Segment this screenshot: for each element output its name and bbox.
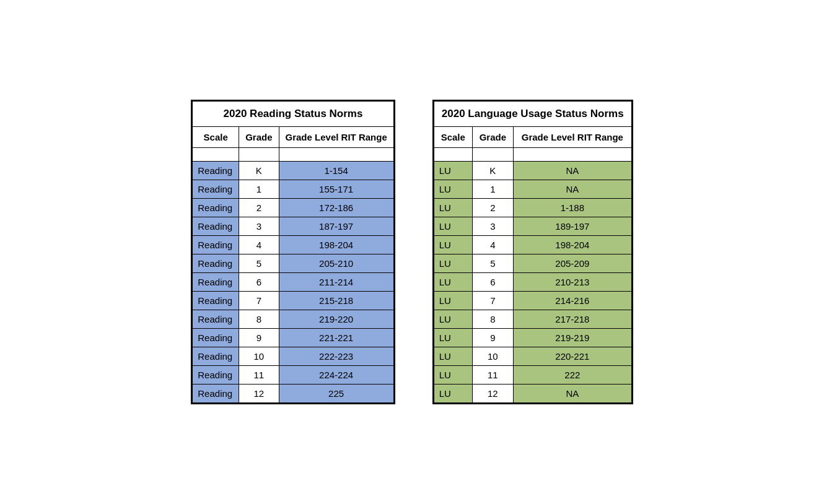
lu-grade-cell: 3	[472, 217, 513, 236]
reading-scale-cell: Reading	[193, 310, 239, 329]
reading-data-row: Reading5205-210	[193, 254, 393, 273]
reading-scale-cell: Reading	[193, 273, 239, 292]
reading-grade-cell: 3	[239, 217, 279, 236]
lu-rit-cell: 214-216	[513, 292, 631, 310]
lu-data-row: LU4198-204	[434, 236, 631, 254]
lu-scale-cell: LU	[434, 292, 472, 310]
reading-grade-cell: 12	[239, 385, 279, 403]
lu-title-row: 2020 Language Usage Status Norms	[434, 102, 631, 127]
lu-data-row: LU12NA	[434, 385, 631, 403]
reading-rit-cell: 187-197	[279, 217, 393, 236]
reading-data-row: Reading10222-223	[193, 347, 393, 366]
lu-rit-cell: NA	[513, 162, 631, 180]
reading-data-row: Reading2172-186	[193, 199, 393, 217]
lu-scale-cell: LU	[434, 385, 472, 403]
lu-data-row: LU1NA	[434, 180, 631, 199]
lu-col-rit: Grade Level RIT Range	[513, 127, 631, 148]
lu-data-row: LU5205-209	[434, 254, 631, 273]
reading-table-wrapper: 2020 Reading Status Norms Scale Grade Gr…	[191, 100, 395, 404]
lu-scale-cell: LU	[434, 180, 472, 199]
reading-rit-cell: 222-223	[279, 347, 393, 366]
lu-scale-cell: LU	[434, 162, 472, 180]
reading-grade-cell: 7	[239, 292, 279, 310]
reading-rit-cell: 155-171	[279, 180, 393, 199]
reading-scale-cell: Reading	[193, 199, 239, 217]
lu-rit-cell: 222	[513, 366, 631, 385]
lu-rit-cell: NA	[513, 385, 631, 403]
reading-data-row: Reading3187-197	[193, 217, 393, 236]
reading-data-row: Reading12225	[193, 385, 393, 403]
reading-header-row: Scale Grade Grade Level RIT Range	[193, 127, 393, 148]
reading-rit-cell: 215-218	[279, 292, 393, 310]
reading-rit-cell: 1-154	[279, 162, 393, 180]
reading-rit-cell: 198-204	[279, 236, 393, 254]
lu-rit-cell: 198-204	[513, 236, 631, 254]
lu-scale-cell: LU	[434, 347, 472, 366]
page-container: 2020 Reading Status Norms Scale Grade Gr…	[191, 100, 633, 404]
reading-data-row: Reading11224-224	[193, 366, 393, 385]
lu-grade-cell: 1	[472, 180, 513, 199]
reading-rit-cell: 205-210	[279, 254, 393, 273]
lu-data-row: LU8217-218	[434, 310, 631, 329]
lu-rit-cell: 220-221	[513, 347, 631, 366]
lu-rit-cell: 219-219	[513, 329, 631, 347]
lu-rit-cell: NA	[513, 180, 631, 199]
reading-grade-cell: 1	[239, 180, 279, 199]
reading-rit-cell: 211-214	[279, 273, 393, 292]
reading-data-row: Reading6211-214	[193, 273, 393, 292]
reading-data-row: Reading1155-171	[193, 180, 393, 199]
reading-rit-cell: 221-221	[279, 329, 393, 347]
reading-scale-cell: Reading	[193, 180, 239, 199]
lu-grade-cell: 5	[472, 254, 513, 273]
reading-scale-cell: Reading	[193, 366, 239, 385]
lu-scale-cell: LU	[434, 254, 472, 273]
reading-scale-cell: Reading	[193, 347, 239, 366]
lu-rit-cell: 1-188	[513, 199, 631, 217]
reading-title-row: 2020 Reading Status Norms	[193, 102, 393, 127]
reading-col-grade: Grade	[239, 127, 279, 148]
lu-scale-cell: LU	[434, 199, 472, 217]
reading-rit-cell: 224-224	[279, 366, 393, 385]
lu-scale-cell: LU	[434, 329, 472, 347]
reading-title: 2020 Reading Status Norms	[193, 102, 393, 127]
lu-data-row: LU21-188	[434, 199, 631, 217]
reading-rit-cell: 172-186	[279, 199, 393, 217]
reading-data-row: Reading4198-204	[193, 236, 393, 254]
reading-scale-cell: Reading	[193, 217, 239, 236]
lu-grade-cell: 4	[472, 236, 513, 254]
reading-scale-cell: Reading	[193, 254, 239, 273]
reading-scale-cell: Reading	[193, 236, 239, 254]
reading-scale-cell: Reading	[193, 162, 239, 180]
lu-grade-cell: 9	[472, 329, 513, 347]
lu-scale-cell: LU	[434, 273, 472, 292]
reading-empty-row	[193, 148, 393, 162]
lu-data-row: LU11222	[434, 366, 631, 385]
lu-grade-cell: 10	[472, 347, 513, 366]
lu-rit-cell: 189-197	[513, 217, 631, 236]
reading-col-rit: Grade Level RIT Range	[279, 127, 393, 148]
lu-data-row: LUKNA	[434, 162, 631, 180]
reading-grade-cell: 6	[239, 273, 279, 292]
lu-data-row: LU10220-221	[434, 347, 631, 366]
lu-table-wrapper: 2020 Language Usage Status Norms Scale G…	[432, 100, 633, 404]
lu-title: 2020 Language Usage Status Norms	[434, 102, 631, 127]
reading-data-row: ReadingK1-154	[193, 162, 393, 180]
lu-rit-cell: 217-218	[513, 310, 631, 329]
lu-scale-cell: LU	[434, 236, 472, 254]
lu-grade-cell: 8	[472, 310, 513, 329]
reading-grade-cell: 5	[239, 254, 279, 273]
reading-col-scale: Scale	[193, 127, 239, 148]
reading-grade-cell: 2	[239, 199, 279, 217]
lu-header-row: Scale Grade Grade Level RIT Range	[434, 127, 631, 148]
reading-grade-cell: 11	[239, 366, 279, 385]
lu-rit-cell: 210-213	[513, 273, 631, 292]
lu-grade-cell: 7	[472, 292, 513, 310]
lu-data-row: LU6210-213	[434, 273, 631, 292]
lu-empty-row	[434, 148, 631, 162]
reading-grade-cell: 10	[239, 347, 279, 366]
lu-data-row: LU3189-197	[434, 217, 631, 236]
lu-grade-cell: K	[472, 162, 513, 180]
lu-data-row: LU9219-219	[434, 329, 631, 347]
reading-table: 2020 Reading Status Norms Scale Grade Gr…	[192, 101, 393, 403]
reading-rit-cell: 219-220	[279, 310, 393, 329]
